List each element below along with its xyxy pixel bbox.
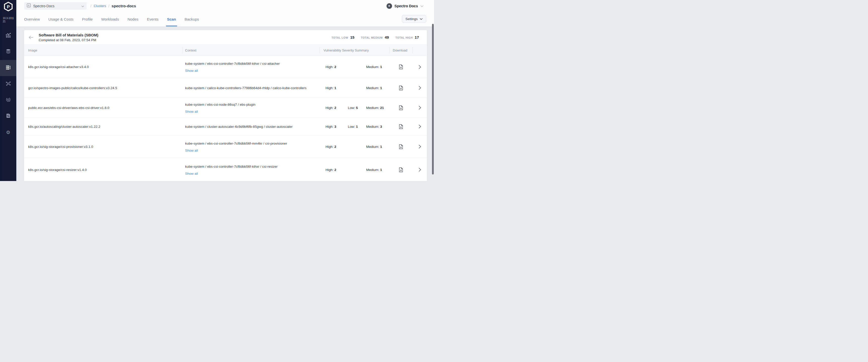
sidebar-item-stack[interactable] xyxy=(0,44,16,60)
row-expand-cell xyxy=(412,118,427,135)
sidebar: P 10.3-101121 xyxy=(0,0,16,181)
breadcrumb-current: spectro-docs xyxy=(112,4,136,8)
breadcrumb-link-clusters[interactable]: Clusters xyxy=(94,4,106,8)
image-name: k8s.gcr.io/autoscaling/cluster-autoscale… xyxy=(28,125,100,129)
download-icon[interactable] xyxy=(399,86,403,90)
sidebar-item-audit[interactable] xyxy=(0,108,16,124)
download-icon[interactable] xyxy=(399,105,403,110)
severity-high: High: 2 xyxy=(326,106,348,110)
tabs: OverviewUsage & CostsProfileWorkloadsNod… xyxy=(24,12,199,26)
table-row[interactable]: gcr.io/spectro-images-public/calico/kube… xyxy=(24,78,427,98)
context-text: kube-system / ebs-csi-controller-7cf8dbb… xyxy=(185,61,312,66)
image-name: k8s.gcr.io/sig-storage/csi-resizer:v1.4.… xyxy=(28,168,87,172)
palette-logo[interactable]: P xyxy=(3,2,13,11)
sidebar-item-analytics[interactable] xyxy=(0,28,16,44)
download-icon[interactable] xyxy=(399,124,403,129)
severity-high: High: 2 xyxy=(326,168,348,172)
user-menu[interactable]: ★ Spectro Docs xyxy=(386,3,424,9)
tab-workloads[interactable]: Workloads xyxy=(101,12,119,26)
tab-events[interactable]: Events xyxy=(147,12,158,26)
table-row[interactable]: k8s.gcr.io/sig-storage/csi-attacher:v3.4… xyxy=(24,56,427,78)
image-cell: k8s.gcr.io/sig-storage/csi-attacher:v3.4… xyxy=(28,56,179,78)
column-header-severity: Vulnerability Severity Summary xyxy=(323,45,369,56)
orbit-icon xyxy=(5,97,11,103)
back-button[interactable] xyxy=(29,36,35,39)
network-icon xyxy=(5,81,11,87)
context-text: kube-system / ebs-csi-controller-7cf8dbb… xyxy=(185,141,312,146)
severity-cell: High: 2 Medium: 1 xyxy=(319,56,390,78)
table-row[interactable]: k8s.gcr.io/autoscaling/cluster-autoscale… xyxy=(24,118,427,136)
version-label: 10.3-101121 xyxy=(3,17,14,23)
show-all-link[interactable]: Show all xyxy=(185,69,316,72)
tab-backups[interactable]: Backups xyxy=(185,12,199,26)
audit-icon xyxy=(5,113,11,120)
severity-low: Low: 1 xyxy=(348,125,366,129)
settings-button[interactable]: Settings xyxy=(402,15,426,23)
severity-totals: TOTAL LOW 15 TOTAL MEDIUM 49 TOTAL HIGH … xyxy=(332,35,419,39)
svg-text:P: P xyxy=(7,4,9,9)
severity-cell: High: 1 Medium: 1 xyxy=(319,78,390,98)
download-icon[interactable] xyxy=(399,65,403,69)
show-all-link[interactable]: Show all xyxy=(185,172,316,175)
table-body: k8s.gcr.io/sig-storage/csi-attacher:v3.4… xyxy=(24,56,427,181)
tab-profile[interactable]: Profile xyxy=(82,12,93,26)
severity-cell: High: 3 Low: 1 Medium: 3 xyxy=(319,118,390,135)
chevron-right-icon[interactable] xyxy=(419,168,421,172)
context-cell: kube-system / ebs-csi-controller-7cf8dbb… xyxy=(185,56,316,78)
severity-cell: High: 2 Low: 5 Medium: 21 xyxy=(319,98,390,118)
sidebar-nav: ⚙ xyxy=(0,28,16,140)
context-cell: kube-system / ebs-csi-node-86sq7 / ebs-p… xyxy=(185,98,316,118)
download-icon[interactable] xyxy=(399,144,403,149)
context-text: kube-system / cluster-autoscaler-6c9d9bf… xyxy=(185,124,312,129)
tab-overview[interactable]: Overview xyxy=(24,12,40,26)
chevron-right-icon[interactable] xyxy=(419,144,421,149)
table-row[interactable]: k8s.gcr.io/sig-storage/csi-provisioner:v… xyxy=(24,136,427,158)
download-cell xyxy=(390,98,412,118)
show-all-link[interactable]: Show all xyxy=(185,110,316,113)
severity-high: High: 1 xyxy=(326,86,348,90)
row-expand-cell xyxy=(412,56,427,78)
total-high: TOTAL HIGH 17 xyxy=(395,35,419,39)
column-header-image: Image xyxy=(28,45,37,56)
tab-scan[interactable]: Scan xyxy=(167,12,176,26)
table-row[interactable]: k8s.gcr.io/sig-storage/csi-resizer:v1.4.… xyxy=(24,158,427,181)
chevron-right-icon[interactable] xyxy=(419,86,421,90)
severity-high: High: 2 xyxy=(326,65,348,69)
sbom-title: Software Bill of Materials (SBOM) xyxy=(39,33,98,37)
severity-cell: High: 2 Medium: 1 xyxy=(319,136,390,158)
sidebar-item-network[interactable] xyxy=(0,76,16,92)
tab-usage-costs[interactable]: Usage & Costs xyxy=(49,12,73,26)
breadcrumb-divider: / xyxy=(90,4,91,8)
chevron-right-icon[interactable] xyxy=(419,106,421,110)
sbom-panel: Software Bill of Materials (SBOM) Comple… xyxy=(24,30,427,181)
context-text: kube-system / ebs-csi-controller-7cf8dbb… xyxy=(185,164,312,169)
sbom-completed-at: Completed at 08 Feb, 2023, 07:54 PM xyxy=(39,38,98,42)
severity-medium: Medium: 3 xyxy=(366,125,390,129)
sbom-titles: Software Bill of Materials (SBOM) Comple… xyxy=(39,33,98,42)
tabs-row: OverviewUsage & CostsProfileWorkloadsNod… xyxy=(16,12,434,26)
settings-button-label: Settings xyxy=(405,17,418,21)
project-selector[interactable]: Spectro-Docs xyxy=(24,2,87,9)
show-all-link[interactable]: Show all xyxy=(185,149,316,153)
context-text: kube-system / ebs-csi-node-86sq7 / ebs-p… xyxy=(185,102,312,107)
image-cell: k8s.gcr.io/sig-storage/csi-provisioner:v… xyxy=(28,136,179,158)
sidebar-item-orbit[interactable] xyxy=(0,92,16,108)
project-selector-label: Spectro-Docs xyxy=(33,4,55,8)
image-name: public.ecr.aws/ebs-csi-driver/aws-ebs-cs… xyxy=(28,106,109,110)
image-cell: gcr.io/spectro-images-public/calico/kube… xyxy=(28,78,179,98)
vertical-scrollbar[interactable] xyxy=(432,24,434,174)
context-cell: kube-system / ebs-csi-controller-7cf8dbb… xyxy=(185,158,316,181)
table-row[interactable]: public.ecr.aws/ebs-csi-driver/aws-ebs-cs… xyxy=(24,98,427,118)
severity-low: Low: 5 xyxy=(348,106,366,110)
tab-nodes[interactable]: Nodes xyxy=(128,12,138,26)
sidebar-item-settings[interactable]: ⚙ xyxy=(0,124,16,140)
column-divider xyxy=(319,47,320,54)
sidebar-item-clusters[interactable] xyxy=(0,60,16,76)
image-name: k8s.gcr.io/sig-storage/csi-provisioner:v… xyxy=(28,145,93,149)
image-name: k8s.gcr.io/sig-storage/csi-attacher:v3.4… xyxy=(28,65,89,69)
breadcrumb-divider: / xyxy=(108,4,109,8)
severity-medium: Medium: 1 xyxy=(366,145,390,149)
chevron-right-icon[interactable] xyxy=(419,125,421,129)
chevron-right-icon[interactable] xyxy=(419,65,421,69)
download-icon[interactable] xyxy=(399,167,403,172)
